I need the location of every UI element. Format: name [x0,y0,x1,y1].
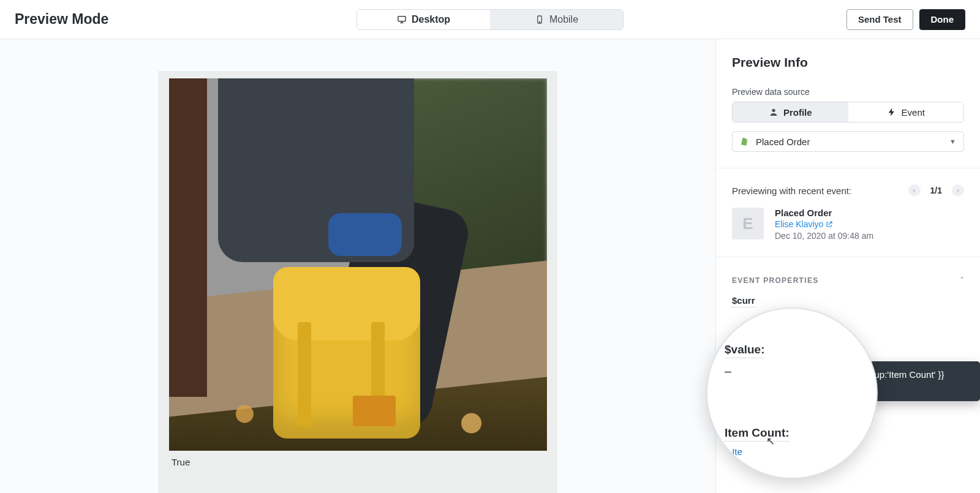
image-caption: True [169,451,546,467]
person-icon [769,107,778,117]
event-user-name: Elise Klaviyo [775,219,823,229]
device-desktop-button[interactable]: Desktop [357,10,490,29]
shopify-icon [740,137,750,146]
event-pager: ‹ 1/1 › [908,184,964,197]
email-frame: True [158,71,557,493]
pager-next-button[interactable]: › [952,184,964,197]
event-select[interactable]: Placed Order ▼ [732,131,964,152]
event-properties-header[interactable]: EVENT PROPERTIES ˄ [732,276,964,285]
device-desktop-label: Desktop [412,14,450,25]
prop-item-count[interactable]: Item Count: [725,426,790,442]
done-label: Done [931,14,954,24]
prop-value[interactable]: $value: [725,343,764,358]
event-card: E Placed Order Elise Klaviyo Dec 10, 202… [732,208,964,241]
profile-tab[interactable]: Profile [733,102,848,122]
send-test-label: Send Test [858,14,902,24]
device-mobile-button[interactable]: Mobile [490,10,623,29]
mobile-icon [535,15,545,24]
event-header: Previewing with recent event: ‹ 1/1 › [732,184,964,197]
bolt-icon [887,107,897,117]
event-select-value: Placed Order [756,137,810,147]
chevron-up-icon: ˄ [960,276,964,285]
divider [716,257,980,257]
external-link-icon [826,220,833,228]
pager-count: 1/1 [930,186,942,195]
header-bar: Preview Mode Desktop Mobile Send Test Do… [0,0,980,39]
cursor-icon: ↖︎ [766,435,775,448]
event-tab-label: Event [902,107,925,118]
device-mobile-label: Mobile [549,14,578,25]
data-source-label: Preview data source [732,87,964,97]
event-timestamp: Dec 10, 2020 at 09:48 am [775,231,873,241]
svg-point-4 [539,21,540,22]
header-actions: Send Test Done [846,9,965,30]
svg-point-5 [772,109,775,112]
magnifier-overlay: $value: – Item Count: ▸ Ite ↖︎ [706,307,878,479]
previewing-label: Previewing with recent event: [732,186,851,196]
event-properties-title: EVENT PROPERTIES [732,276,819,285]
monitor-icon [397,15,407,24]
email-product-image [169,78,547,451]
send-test-button[interactable]: Send Test [846,9,913,30]
profile-tab-label: Profile [783,107,812,118]
device-toggle: Desktop Mobile [356,9,624,30]
avatar: E [732,208,764,239]
preview-info-sidebar: Preview Info Preview data source Profile… [715,39,980,493]
prop-items-collapsed[interactable]: ▸ Ite [725,446,865,457]
prop-value-dash: – [725,364,865,378]
event-tab[interactable]: Event [848,102,964,122]
caret-down-icon: ▼ [949,138,956,145]
divider [716,168,980,168]
prop-currency[interactable]: $curr [732,295,755,307]
pager-prev-button[interactable]: ‹ [908,184,921,197]
avatar-initial: E [742,214,753,233]
event-properties: $curr Copy {{ event|lookup:'Item Count' … [732,295,964,311]
event-user-link[interactable]: Elise Klaviyo [775,219,833,229]
sidebar-title: Preview Info [732,55,964,70]
done-button[interactable]: Done [919,9,966,30]
preview-canvas: True [0,39,715,493]
event-meta: Placed Order Elise Klaviyo Dec 10, 2020 … [775,208,873,241]
data-source-toggle: Profile Event [732,102,964,122]
svg-rect-0 [398,16,405,21]
page-title: Preview Mode [15,11,108,28]
event-name: Placed Order [775,208,873,218]
